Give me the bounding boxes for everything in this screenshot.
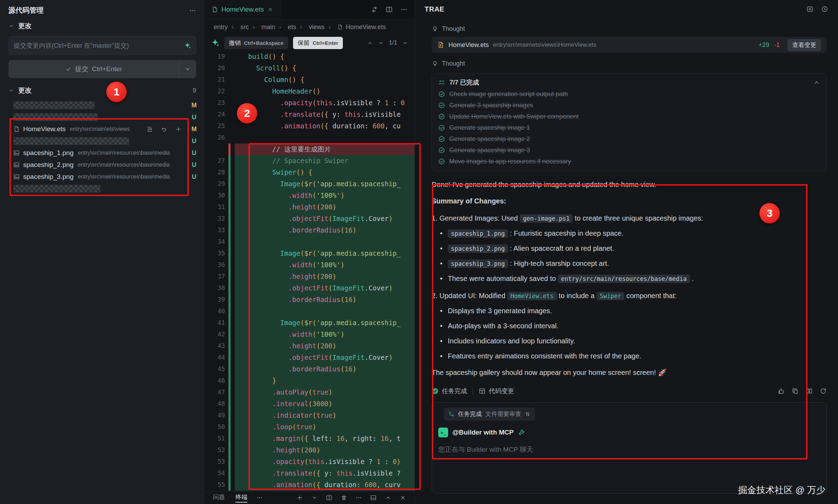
code-line[interactable]: 54 .translate({ y: this.isVisible ? xyxy=(205,468,414,479)
code-line[interactable]: 32 .objectFit(ImageFit.Cover) xyxy=(205,213,414,224)
terminal-picker-icon[interactable] xyxy=(311,495,318,501)
stage-changes-icon[interactable] xyxy=(175,126,181,132)
kill-terminal-icon[interactable] xyxy=(341,495,347,501)
breadcrumb-item[interactable]: entry xyxy=(214,23,228,31)
code-line[interactable]: 39 .borderRadius(16) xyxy=(205,294,414,305)
history-icon[interactable] xyxy=(821,6,828,13)
ai-sparkle-icon[interactable] xyxy=(211,39,219,47)
code-line[interactable]: 43 .height(200) xyxy=(205,340,414,352)
code-line[interactable]: 26 xyxy=(205,132,414,143)
code-line[interactable]: 46 } xyxy=(205,375,414,387)
breadcrumb-item[interactable]: main xyxy=(249,23,275,31)
code-line[interactable]: 22 HomeHeader() xyxy=(205,86,414,97)
task-list-header[interactable]: 7/7 已完成 xyxy=(438,78,820,87)
close-panel-icon[interactable] xyxy=(400,495,406,501)
thought-row[interactable]: Thought xyxy=(432,25,827,33)
file-row-redacted[interactable]: M xyxy=(0,99,205,111)
tab-homeview[interactable]: HomeView.ets xyxy=(205,0,280,19)
code-line[interactable]: 41 Image($r('app.media.spaceship_ xyxy=(205,317,414,329)
file-change-card[interactable]: HomeView.ets entry\src\main\ets\views\Ho… xyxy=(432,37,827,53)
review-status-chip[interactable]: 任务完成 文件需要审查 xyxy=(444,408,535,421)
code-line[interactable]: 55 .animation({ duration: 600, curv xyxy=(205,479,414,491)
chevron-down-icon[interactable] xyxy=(8,23,14,29)
breadcrumb-item[interactable]: src xyxy=(228,23,249,31)
prev-change-icon[interactable] xyxy=(367,40,373,46)
code-line[interactable]: 28 Swiper() { xyxy=(205,167,414,178)
code-line[interactable]: 42 .width('100%') xyxy=(205,329,414,340)
split-editor-icon[interactable] xyxy=(386,6,393,13)
code-line[interactable]: 48 .interval(3000) xyxy=(205,398,414,410)
file-row[interactable]: spaceship_2.pngentry\src\main\resources\… xyxy=(0,159,205,171)
thumbs-up-icon[interactable] xyxy=(778,388,785,395)
code-line[interactable]: 33 .borderRadius(16) xyxy=(205,224,414,236)
code-line[interactable]: 27 // Spaceship Swiper xyxy=(205,155,414,167)
close-tab-icon[interactable] xyxy=(267,7,273,12)
discard-diff-button[interactable]: 撤销 Ctrl+Backspace xyxy=(224,37,288,49)
code-line[interactable]: 20 Scroll() { xyxy=(205,62,414,74)
split-view-icon[interactable] xyxy=(806,388,813,395)
file-row-redacted[interactable]: U xyxy=(0,135,205,147)
code-line[interactable]: 36 .width('100%') xyxy=(205,259,414,271)
code-line[interactable]: 30 .width('100%') xyxy=(205,190,414,201)
commit-button[interactable]: 提交 Ctrl+Enter xyxy=(8,60,179,78)
collapse-diffbar-icon[interactable] xyxy=(402,40,408,46)
code-line[interactable]: 45 .borderRadius(16) xyxy=(205,363,414,375)
chat-input-container[interactable]: 任务完成 文件需要审查 >_ @Builder with MCP 您正在与 Bu… xyxy=(432,402,827,493)
code-line[interactable]: 51 .margin({ left: 16, right: 16, t xyxy=(205,433,414,444)
thought-row[interactable]: Thought xyxy=(432,60,827,67)
code-line[interactable]: 34 xyxy=(205,236,414,248)
new-chat-icon[interactable] xyxy=(806,6,813,13)
more-actions-icon[interactable] xyxy=(400,6,407,13)
regenerate-icon[interactable] xyxy=(820,388,827,395)
code-line[interactable]: 19build() { xyxy=(205,51,414,62)
more-actions-icon[interactable] xyxy=(355,495,362,501)
code-line[interactable]: 21 Column() { xyxy=(205,74,414,86)
panel-layout-icon[interactable] xyxy=(370,495,377,501)
more-panel-tabs-icon[interactable] xyxy=(257,495,263,501)
open-changes-icon[interactable] xyxy=(371,6,378,13)
code-line[interactable]: 47 .autoPlay(true) xyxy=(205,387,414,398)
code-line[interactable]: 31 .height(200) xyxy=(205,201,414,213)
code-line[interactable]: 53 .opacity(this.isVisible ? 1 : 0) xyxy=(205,456,414,468)
file-row[interactable]: spaceship_3.pngentry\src\main\resources\… xyxy=(0,171,205,183)
collapse-tasks-icon[interactable] xyxy=(813,79,820,86)
split-terminal-icon[interactable] xyxy=(326,495,332,501)
code-line[interactable]: 37 .height(200) xyxy=(205,271,414,282)
ai-sparkle-icon[interactable] xyxy=(184,42,191,49)
code-line[interactable]: 29 Image($r('app.media.spaceship_ xyxy=(205,178,414,190)
copy-icon[interactable] xyxy=(792,388,799,395)
breadcrumb-item[interactable]: HomeView.ets xyxy=(325,23,386,31)
code-line[interactable]: 35 Image($r('app.media.spaceship_ xyxy=(205,248,414,259)
code-editor[interactable]: 19build() {20 Scroll() {21 Column() {22 … xyxy=(205,51,414,491)
repo-section-row[interactable]: 更改 xyxy=(0,18,205,34)
file-row[interactable]: spaceship_1.pngentry\src\main\resources\… xyxy=(0,147,205,159)
code-line[interactable]: 52 .height(200) xyxy=(205,444,414,456)
panel-tab[interactable]: 终端 xyxy=(235,493,247,503)
commit-dropdown-button[interactable] xyxy=(179,60,196,78)
more-actions-icon[interactable] xyxy=(189,7,196,14)
file-row-redacted[interactable] xyxy=(0,183,205,195)
discard-changes-icon[interactable] xyxy=(161,126,167,132)
chevron-down-icon[interactable] xyxy=(8,88,14,93)
code-line[interactable]: 49 .indicator(true) xyxy=(205,410,414,421)
commit-message-input[interactable]: 提交变更内容(Ctrl+Enter 在"master"提交) xyxy=(8,36,196,55)
changes-tree-header[interactable]: 更改 9 xyxy=(0,78,205,98)
code-line[interactable]: 40 xyxy=(205,305,414,317)
keep-diff-button[interactable]: 保留 Ctrl+Enter xyxy=(293,37,343,49)
new-terminal-icon[interactable] xyxy=(297,495,303,501)
maximize-panel-icon[interactable] xyxy=(385,495,391,501)
file-row[interactable]: HomeView.etsentry\src\main\ets\viewsM xyxy=(0,123,205,135)
code-line[interactable]: 38 .objectFit(ImageFit.Cover) xyxy=(205,282,414,294)
next-change-icon[interactable] xyxy=(378,40,384,46)
breadcrumb-item[interactable]: ets xyxy=(275,23,296,31)
breadcrumb-item[interactable]: views xyxy=(296,23,325,31)
code-line[interactable]: 50 .loop(true) xyxy=(205,421,414,433)
code-line[interactable]: // 这里要生成图片 xyxy=(205,143,414,155)
code-line[interactable]: 24 .translate({ y: this.isVisible xyxy=(205,109,414,120)
panel-tab[interactable]: 问题 xyxy=(213,493,225,503)
file-row-redacted[interactable]: U xyxy=(0,111,205,123)
code-line[interactable]: 44 .objectFit(ImageFit.Cover) xyxy=(205,352,414,363)
code-changes-link[interactable]: 代码变更 xyxy=(479,387,514,395)
chat-input-placeholder[interactable]: 您正在与 Builder with MCP 聊天 xyxy=(438,445,820,454)
code-line[interactable]: 25 .animation({ duration: 600, cu xyxy=(205,120,414,132)
